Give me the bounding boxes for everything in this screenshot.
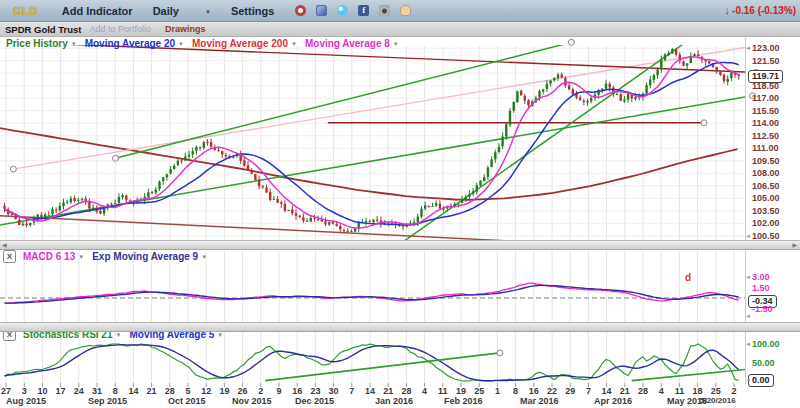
date-tick-label: 11 xyxy=(675,386,685,396)
chevron-down-icon[interactable]: ▼ xyxy=(201,254,207,260)
date-tick-label: 25 xyxy=(711,386,721,396)
price-axis-label: 115.50 xyxy=(752,106,779,116)
trendline[interactable] xyxy=(632,370,745,381)
axis-scale-arrow-icon[interactable]: ◄ xyxy=(745,341,751,347)
stoch-axis-label: 100.00 xyxy=(752,339,780,349)
date-tick-label: 30 xyxy=(329,386,339,396)
date-tick-label: 12 xyxy=(201,386,211,396)
trendline-handle[interactable] xyxy=(113,155,119,161)
date-tick-label: 8 xyxy=(513,386,518,396)
stoch-value-box: 0.00 xyxy=(748,374,774,387)
date-tick-label: 17 xyxy=(56,386,66,396)
price-axis-label: 105.00 xyxy=(752,193,780,203)
macd-pane-legend: X MACD 6 13▼Exp Moving Average 9▼ xyxy=(3,250,215,262)
chevron-down-icon[interactable]: ▼ xyxy=(291,41,297,47)
indicator-label[interactable]: Exp Moving Average 9▼ xyxy=(92,251,207,262)
date-tick-label: 9 xyxy=(276,386,281,396)
date-tick-label: 2 xyxy=(731,386,736,396)
price-scrollbar[interactable]: ◀ ▶ xyxy=(0,240,800,250)
date-tick-label: 19 xyxy=(219,386,229,396)
price-axis-label: 108.00 xyxy=(752,168,780,178)
price-pane-legend: Price History▼Moving Average 20▼Moving A… xyxy=(6,37,407,50)
trendline[interactable] xyxy=(13,46,756,169)
chevron-down-icon[interactable]: ▼ xyxy=(71,41,77,47)
ma20-line xyxy=(5,62,739,225)
axis-scale-arrow-icon[interactable]: ◄ xyxy=(745,274,751,280)
scroll-right-icon[interactable]: ▶ xyxy=(792,241,797,249)
stoch-axis-label: 50.00 xyxy=(752,358,775,368)
axis-scale-arrow-icon[interactable]: ◄ xyxy=(745,233,751,239)
date-tick-label: 18 xyxy=(693,386,703,396)
date-tick-label: 24 xyxy=(74,386,84,396)
date-tick-label: 23 xyxy=(310,386,320,396)
price-axis-label: 114.00 xyxy=(752,118,779,128)
date-tick-label: 29 xyxy=(565,386,575,396)
price-axis-label: 103.50 xyxy=(752,206,780,216)
indicator-label[interactable]: Moving Average 8▼ xyxy=(305,38,399,49)
indicator-label[interactable]: Price History▼ xyxy=(6,38,77,49)
chart-canvas xyxy=(0,0,800,408)
indicator-label[interactable]: MACD 6 13▼ xyxy=(23,251,84,262)
price-axis-label: 118.50 xyxy=(752,81,779,91)
trendline-handle[interactable] xyxy=(568,39,574,45)
date-tick-label: 4 xyxy=(422,386,427,396)
date-tick-label: 16 xyxy=(292,386,302,396)
chevron-down-icon[interactable]: ▼ xyxy=(217,332,223,338)
date-tick-label: 10 xyxy=(37,386,47,396)
trendline-handle[interactable] xyxy=(701,120,707,126)
date-tick-label: 14 xyxy=(365,386,375,396)
macd-line xyxy=(5,283,739,303)
chevron-down-icon[interactable]: ▼ xyxy=(393,41,399,47)
price-axis-label: 112.50 xyxy=(752,131,779,141)
axis-scale-arrow-icon[interactable]: ◄ xyxy=(745,377,751,383)
axis-scale-arrow-icon[interactable]: ◄ xyxy=(745,313,751,319)
date-tick-label: 14 xyxy=(602,386,612,396)
date-tick-label: 5 xyxy=(185,386,190,396)
macd-axis-label: 3.00 xyxy=(752,272,770,282)
month-label: Aug 2015 xyxy=(6,396,46,406)
indicator-label[interactable]: Moving Average 200▼ xyxy=(192,38,297,49)
scroll-left-icon[interactable]: ◀ xyxy=(2,241,7,249)
axis-scale-arrow-icon[interactable]: ◄ xyxy=(745,45,751,51)
last-date-label: 5/20/2016 xyxy=(700,396,736,405)
trendline[interactable] xyxy=(373,38,692,263)
macd-close-button[interactable]: X xyxy=(3,250,16,263)
date-tick-label: 2 xyxy=(258,386,263,396)
price-axis-label: 100.50 xyxy=(752,231,780,241)
date-tick-label: 14 xyxy=(128,386,138,396)
pane-divider[interactable] xyxy=(0,322,800,332)
date-tick-label: 21 xyxy=(147,386,157,396)
month-label: Mar 2016 xyxy=(520,396,559,406)
date-tick-label: 26 xyxy=(238,386,248,396)
date-tick-label: 8 xyxy=(113,386,118,396)
month-label: Feb 2016 xyxy=(444,396,483,406)
macd-axis-label: 1.50 xyxy=(752,283,770,293)
date-tick-label: 28 xyxy=(165,386,175,396)
date-tick-label: 28 xyxy=(638,386,648,396)
month-label: Jan 2016 xyxy=(375,396,413,406)
indicator-label[interactable]: Moving Average 20▼ xyxy=(85,38,184,49)
date-tick-label: 28 xyxy=(401,386,411,396)
price-axis-label: 102.00 xyxy=(752,218,780,228)
price-axis-label: 121.50 xyxy=(752,56,780,66)
price-axis-label: 123.00 xyxy=(752,43,780,53)
date-tick-label: 31 xyxy=(92,386,102,396)
trendline-handle[interactable] xyxy=(10,166,16,172)
month-label: Apr 2016 xyxy=(594,396,632,406)
month-label: Dec 2015 xyxy=(295,396,334,406)
chevron-down-icon[interactable]: ▼ xyxy=(78,254,84,260)
price-axis-label: 117.00 xyxy=(752,93,779,103)
chevron-down-icon[interactable]: ▼ xyxy=(115,332,121,338)
chevron-down-icon[interactable]: ▼ xyxy=(178,41,184,47)
date-tick-label: 1 xyxy=(495,386,500,396)
stoch-line xyxy=(5,344,739,381)
date-tick-label: 22 xyxy=(547,386,557,396)
trendline-handle[interactable] xyxy=(497,350,503,356)
price-axis-label: 109.50 xyxy=(752,156,780,166)
date-tick-label: 7 xyxy=(349,386,354,396)
month-label: Sep 2015 xyxy=(88,396,127,406)
date-tick-label: 21 xyxy=(620,386,630,396)
macd-axis-label: -1.50 xyxy=(752,304,773,314)
date-tick-label: 19 xyxy=(456,386,466,396)
date-tick-label: 27 xyxy=(1,386,11,396)
